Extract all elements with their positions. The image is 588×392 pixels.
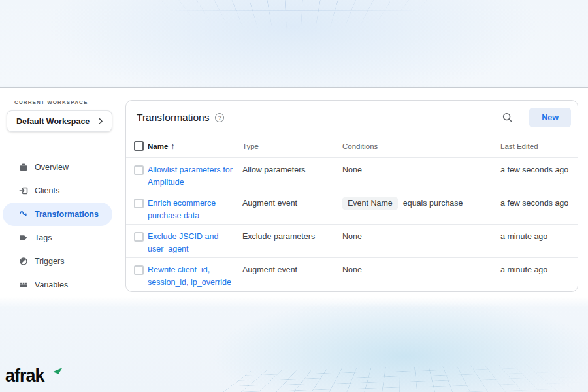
overview-icon [18, 162, 29, 172]
table-row: Allowlist parameters for Amplitude Allow… [126, 158, 578, 191]
table-row: Exclude JSCID and user_agent Exclude par… [126, 225, 578, 258]
sidebar-item-transformations[interactable]: Transformations [3, 203, 112, 226]
table-body: Allowlist parameters for Amplitude Allow… [126, 158, 578, 291]
current-workspace-label: CURRENT WORKSPACE [14, 99, 124, 105]
condition-text: None [342, 264, 362, 276]
condition-text: equals purchase [403, 197, 463, 210]
type-cell: Exclude parameters [242, 231, 342, 243]
transformation-name-link[interactable]: Rewrite client_id, session_id, ip_overri… [148, 265, 231, 287]
sidebar-item-tags[interactable]: Tags [3, 226, 112, 250]
help-icon[interactable]: ? [215, 113, 224, 122]
chevron-right-icon [97, 117, 105, 125]
new-button[interactable]: New [529, 108, 571, 127]
column-header-type[interactable]: Type [242, 142, 342, 150]
card-header: Transformations ? New [126, 101, 578, 135]
sidebar: CURRENT WORKSPACE Default Workspace Over… [0, 88, 124, 297]
sidebar-item-clients[interactable]: Clients [3, 179, 112, 203]
condition-text: None [342, 164, 362, 176]
condition-variable-chip: Event Name [342, 197, 398, 210]
variables-icon [18, 280, 29, 290]
transformation-name-link[interactable]: Enrich ecommerce purchase data [148, 199, 216, 220]
table-row: Enrich ecommerce purchase data Augment e… [126, 191, 578, 225]
workspace-selector[interactable]: Default Workspace [7, 110, 112, 132]
transformations-card: Transformations ? New Name ↑ Type Condit [125, 100, 578, 292]
afrak-logo: afrak [5, 366, 65, 388]
clients-icon [18, 186, 29, 196]
last-edited-cell: a minute ago [500, 231, 567, 243]
row-checkbox[interactable] [134, 165, 144, 175]
conditions-cell: None [342, 231, 500, 243]
sort-ascending-icon: ↑ [171, 142, 174, 151]
search-icon[interactable] [502, 112, 514, 123]
type-cell: Augment event [242, 197, 342, 210]
afrak-logo-text: afrak [5, 366, 44, 385]
column-header-last-edited[interactable]: Last Edited [500, 142, 567, 150]
last-edited-cell: a few seconds ago [500, 197, 568, 210]
sidebar-nav: Overview Clients Transformations Tags Tr… [0, 155, 124, 297]
sidebar-item-overview[interactable]: Overview [3, 155, 112, 179]
transformation-name-link[interactable]: Allowlist parameters for Amplitude [148, 165, 233, 187]
triggers-icon [18, 256, 29, 267]
row-checkbox[interactable] [134, 232, 144, 242]
last-edited-cell: a minute ago [500, 264, 567, 276]
sidebar-item-variables[interactable]: Variables [3, 273, 112, 297]
last-edited-cell: a few seconds ago [500, 164, 568, 176]
sidebar-item-triggers[interactable]: Triggers [3, 250, 112, 273]
table-header-row: Name ↑ Type Conditions Last Edited [126, 135, 578, 158]
select-all-checkbox[interactable] [134, 141, 144, 151]
type-cell: Augment event [242, 264, 342, 276]
page-title: Transformations [137, 112, 209, 123]
condition-text: None [342, 231, 362, 243]
conditions-cell: Event Name equals purchase [342, 197, 500, 210]
row-checkbox[interactable] [134, 265, 144, 275]
column-header-conditions[interactable]: Conditions [342, 142, 500, 150]
table-row: Rewrite client_id, session_id, ip_overri… [126, 258, 578, 291]
decorative-grid-bottom [150, 363, 588, 392]
conditions-cell: None [342, 264, 500, 276]
column-header-name[interactable]: Name ↑ [148, 142, 242, 151]
transformation-name-link[interactable]: Exclude JSCID and user_agent [148, 232, 218, 253]
decorative-grid-top [105, 0, 483, 30]
transformations-icon [18, 209, 29, 220]
tag-icon [18, 233, 29, 243]
gtm-app-window: CURRENT WORKSPACE Default Workspace Over… [0, 87, 588, 297]
row-checkbox[interactable] [134, 199, 144, 208]
type-cell: Allow parameters [242, 164, 342, 176]
main-content: Transformations ? New Name ↑ Type Condit [125, 100, 578, 292]
logo-accent-mark [53, 365, 63, 377]
workspace-name: Default Workspace [16, 117, 90, 126]
conditions-cell: None [342, 164, 500, 176]
